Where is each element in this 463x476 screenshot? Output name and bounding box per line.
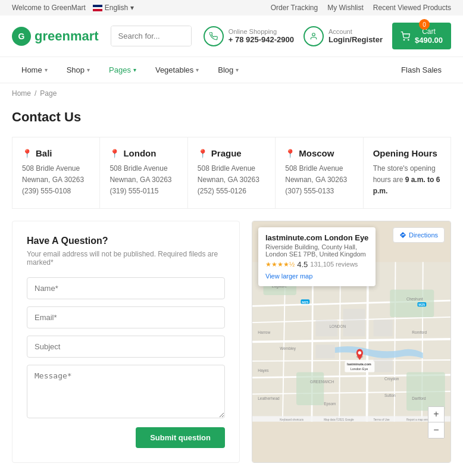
nav-shop[interactable]: Shop ▾ <box>57 57 99 83</box>
form-title: Have A Question? <box>27 236 225 246</box>
top-bar-left: Welcome to GreenMart English ▾ <box>12 4 134 12</box>
form-subtitle: Your email address will not be published… <box>27 250 225 267</box>
cart-icon <box>401 32 410 41</box>
nav-blog[interactable]: Blog ▾ <box>208 57 248 83</box>
svg-rect-22 <box>343 309 365 336</box>
home-chevron-icon: ▾ <box>45 67 48 73</box>
blog-chevron-icon: ▾ <box>236 67 239 73</box>
cart-label: Cart <box>415 27 443 36</box>
svg-text:Wembley: Wembley <box>280 346 296 351</box>
svg-rect-20 <box>406 372 445 411</box>
cart-text: Cart $490.00 <box>415 27 443 45</box>
view-larger-map-link[interactable]: View larger map <box>265 273 312 280</box>
location-moscow-name: 📍 Moscow <box>285 148 353 158</box>
subject-input[interactable] <box>27 336 225 358</box>
search-input[interactable] <box>111 26 192 46</box>
header-contact: Online Shopping + 78 925-942-2900 <box>204 26 294 46</box>
nav-flash-sales[interactable]: Flash Sales <box>392 57 451 83</box>
svg-text:M25: M25 <box>302 300 308 303</box>
language-selector[interactable]: English ▾ <box>93 4 134 12</box>
zoom-in-button[interactable]: + <box>428 407 444 422</box>
nav-home[interactable]: Home ▾ <box>12 57 57 83</box>
page-title: Contact Us <box>0 104 463 137</box>
vegetables-chevron-icon: ▾ <box>196 67 199 73</box>
location-moscow-address: 508 Bridle Avenue Newnan, GA 30263 (307)… <box>285 163 353 198</box>
svg-text:Cheshunt: Cheshunt <box>406 297 423 301</box>
svg-text:Romford: Romford <box>412 330 427 334</box>
svg-point-2 <box>403 39 404 40</box>
directions-label: Directions <box>409 231 438 239</box>
svg-text:Epsom: Epsom <box>324 401 336 406</box>
name-input[interactable] <box>27 277 225 299</box>
nav-vegetables[interactable]: Vegetables ▾ <box>146 57 208 83</box>
svg-rect-23 <box>374 320 393 336</box>
order-tracking-link[interactable]: Order Tracking <box>271 4 318 12</box>
name-field-group <box>27 277 225 299</box>
location-prague-name: 📍 Prague <box>198 148 265 158</box>
language-label: English <box>105 4 128 12</box>
svg-rect-24 <box>315 345 334 358</box>
top-bar: Welcome to GreenMart English ▾ Order Tra… <box>0 0 463 15</box>
lang-chevron-icon: ▾ <box>130 4 134 12</box>
location-bali: 📍 Bali 508 Bridle Avenue Newnan, GA 3026… <box>12 137 100 208</box>
pin-icon-moscow: 📍 <box>285 149 295 158</box>
svg-point-3 <box>408 39 409 40</box>
svg-text:Map data ©2021 Google: Map data ©2021 Google <box>324 417 354 421</box>
svg-rect-19 <box>296 372 324 405</box>
opening-hours-text: The store's opening hours are 9 a.m. to … <box>373 163 441 198</box>
cart-count-badge: 0 <box>419 19 430 30</box>
map-placeholder: Edgware Cheshunt Harrow Wembley LONDON R… <box>252 221 451 462</box>
svg-text:Sutton: Sutton <box>384 393 396 397</box>
account-info: Account Login/Register <box>329 28 383 44</box>
zoom-out-button[interactable]: − <box>428 422 444 438</box>
submit-button[interactable]: Submit question <box>136 427 225 448</box>
message-input[interactable] <box>27 365 225 418</box>
svg-point-40 <box>358 351 362 355</box>
opening-hours: Opening Hours The store's opening hours … <box>364 137 451 208</box>
svg-point-1 <box>312 33 315 36</box>
location-prague-address: 508 Bridle Avenue Newnan, GA 30263 (252)… <box>198 163 265 198</box>
header-account: Account Login/Register <box>304 26 383 46</box>
contact-section: Have A Question? Your email address will… <box>12 221 451 463</box>
cart-price: $490.00 <box>415 36 443 45</box>
location-london: 📍 London 508 Bridle Avenue Newnan, GA 30… <box>100 137 187 208</box>
svg-text:Hayes: Hayes <box>258 368 268 373</box>
wishlist-link[interactable]: My Wishlist <box>327 4 364 12</box>
rating-value: 4.5 <box>297 260 308 269</box>
subject-field-group <box>27 336 225 358</box>
flag-icon <box>93 5 102 11</box>
recent-products-link[interactable]: Recent Viewed Products <box>373 4 451 12</box>
svg-text:lastminute.com: lastminute.com <box>347 362 371 366</box>
svg-text:LONDON: LONDON <box>330 324 346 328</box>
map-place-name: lastminute.com London Eye <box>265 233 368 242</box>
location-bali-name: 📍 Bali <box>22 148 90 158</box>
email-field-group <box>27 306 225 328</box>
phone-icon <box>209 32 218 40</box>
breadcrumb: Home / Page <box>0 83 463 104</box>
login-register-link[interactable]: Login/Register <box>329 35 383 44</box>
location-prague: 📍 Prague 508 Bridle Avenue Newnan, GA 30… <box>188 137 276 208</box>
svg-text:GREENWICH: GREENWICH <box>310 379 334 383</box>
map-card: Edgware Cheshunt Harrow Wembley LONDON R… <box>252 221 451 463</box>
directions-button[interactable]: Directions <box>393 227 445 243</box>
logo-text: greenmart <box>35 29 99 44</box>
message-field-group <box>27 365 225 420</box>
breadcrumb-current: Page <box>40 89 57 98</box>
map-rating: ★★★★½ 4.5 131,105 reviews <box>265 260 368 269</box>
svg-text:M25: M25 <box>418 303 425 306</box>
svg-text:Report a map error: Report a map error <box>406 418 430 421</box>
svg-text:Croydon: Croydon <box>384 377 399 381</box>
email-input[interactable] <box>27 306 225 328</box>
cart-button[interactable]: 0 Cart $490.00 <box>392 23 451 49</box>
svg-text:Keyboard shortcuts: Keyboard shortcuts <box>280 418 304 421</box>
breadcrumb-home[interactable]: Home <box>12 89 31 98</box>
location-bali-address: 508 Bridle Avenue Newnan, GA 30263 (239)… <box>22 163 90 198</box>
directions-icon <box>399 231 406 239</box>
nav-pages[interactable]: Pages ▾ <box>99 57 146 83</box>
breadcrumb-separator: / <box>35 89 36 98</box>
header-right: Online Shopping + 78 925-942-2900 Accoun… <box>204 23 451 49</box>
location-london-address: 508 Bridle Avenue Newnan, GA 30263 (319)… <box>110 163 177 198</box>
account-icon-circle <box>304 26 324 46</box>
logo[interactable]: G greenmart <box>12 27 99 46</box>
welcome-text: Welcome to GreenMart <box>12 4 86 12</box>
